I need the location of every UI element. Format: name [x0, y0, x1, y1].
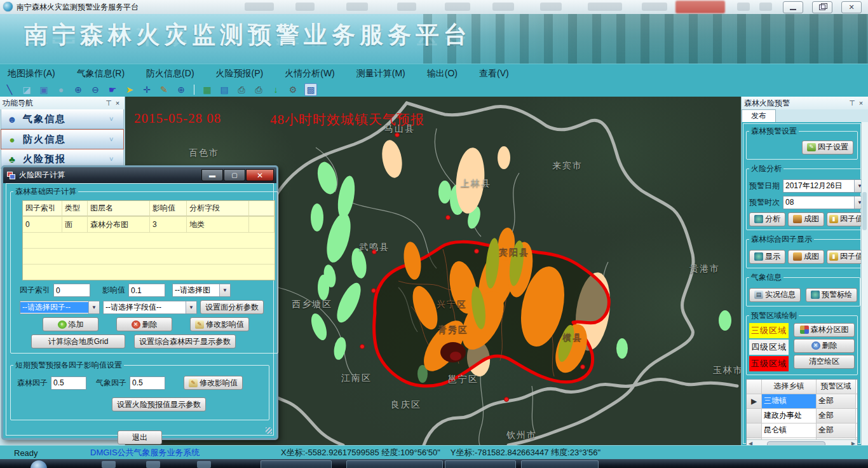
show-button[interactable]: 显示 [749, 250, 785, 264]
nav-item-weather-info[interactable]: ☻ 气象信息 ˅ [1, 109, 124, 129]
forest-zone-map-button[interactable]: 森林分区图 [794, 323, 855, 337]
add-button[interactable]: + 添加 [43, 317, 98, 331]
menu-fireproof-info[interactable]: 防火信息(D) [146, 68, 194, 79]
live-info-button[interactable]: ▤ 实况信息 [749, 288, 801, 302]
region-combo[interactable]: 全部 [817, 423, 856, 437]
make-map-button[interactable]: 成图 [788, 250, 824, 264]
forest-factor-input[interactable] [51, 376, 86, 390]
map-image-icon[interactable]: ▦ [201, 84, 213, 95]
menu-fire-analysis[interactable]: 火情分析(W) [285, 68, 335, 79]
minimize-button[interactable] [783, 1, 803, 13]
set-area-params-button[interactable]: 设置面分析参数 [200, 300, 264, 314]
restore-button[interactable] [812, 1, 832, 13]
delete-region-button[interactable]: ✕ 删除 [794, 339, 855, 353]
taskbar-app-button[interactable] [346, 460, 443, 468]
close-icon[interactable]: × [113, 99, 122, 107]
taskbar-app-button[interactable] [261, 460, 332, 468]
pin-icon[interactable]: ⊤ [104, 99, 113, 107]
zoom-in-icon[interactable]: ⊕ [72, 84, 84, 95]
modify-impact-button[interactable]: ✎ 修改影响值 [190, 317, 249, 331]
taskbar-icon[interactable] [102, 461, 116, 468]
vertical-scrollbar[interactable] [861, 122, 868, 445]
picture-icon[interactable]: ▩ [304, 83, 317, 96]
dialog-minimize-button[interactable]: ▬ [201, 169, 223, 181]
factor-setting-button[interactable]: ✎ 因子设置 [802, 141, 853, 155]
draw-line-icon[interactable]: ╲ [4, 84, 15, 95]
draw-rectangle-icon[interactable]: ▣ [38, 84, 50, 95]
dialog-maximize-button[interactable]: ▢ [224, 169, 245, 181]
factor-index-input[interactable] [53, 284, 90, 297]
impact-value-input[interactable] [128, 284, 165, 297]
make-map-button[interactable]: 成图 [788, 212, 824, 226]
document-icon[interactable]: ▤ [219, 84, 230, 95]
settings-icon[interactable]: ⚙ [287, 84, 299, 95]
warning-plot-button[interactable]: 预警标绘 [806, 288, 857, 302]
start-orb[interactable] [31, 460, 47, 468]
layer-select-combo[interactable]: --请选择图 ▼ [172, 284, 231, 297]
pan-icon[interactable]: ☛ [107, 84, 118, 95]
table-row[interactable]: ▶ 三塘镇 全部 [747, 394, 857, 409]
dialog-title: 火险因子计算 [19, 170, 65, 181]
table-row[interactable]: 昆仑镇 全部 [747, 423, 857, 438]
analyze-button[interactable]: 分析 [749, 212, 785, 226]
level5-region[interactable]: 五级区域 [749, 356, 789, 371]
clear-drawn-regions-button[interactable]: 清空绘区 [794, 355, 855, 369]
close-button[interactable]: ✕ [841, 1, 862, 13]
status-bar: Ready DMGIS公共气象服务业务系统 X坐标:-5582.92617599… [0, 445, 868, 460]
draw-ellipse-icon[interactable]: ● [55, 84, 67, 95]
menu-view[interactable]: 查看(V) [479, 68, 509, 79]
zoom-out-icon[interactable]: ⊖ [90, 84, 101, 95]
export-icon[interactable]: ↓ [270, 84, 281, 95]
draw-polygon-icon[interactable]: ◪ [21, 84, 32, 95]
dialog-titlebar[interactable]: 火险因子计算 ▬ ▢ ✕ [3, 167, 276, 183]
region-combo[interactable]: 全部 [817, 394, 856, 408]
calc-grid-button[interactable]: 计算综合地质Grid [31, 334, 125, 348]
set-composite-display-button[interactable]: 设置综合森林因子显示参数 [134, 334, 236, 348]
status-system-name: DMGIS公共气象服务业务系统 [90, 447, 281, 458]
menu-weather-info[interactable]: 气象信息(R) [77, 68, 125, 79]
warning-time-combo[interactable]: 08 ▼ [783, 196, 865, 209]
factor-value-button[interactable]: ▮ 因子值 [827, 250, 865, 264]
edit-pencil-icon: ✎ [195, 320, 204, 329]
menu-fire-risk-forecast[interactable]: 火险预报(P) [216, 68, 264, 79]
resize-grip[interactable] [266, 427, 272, 434]
region-combo[interactable]: 全部 [817, 409, 856, 423]
table-row[interactable]: 0 面 森林分布图 3 地类 [23, 217, 275, 233]
print-setup-icon[interactable]: ⎙ [253, 84, 264, 95]
modify-impact-button[interactable]: ✎ 修改影响值 [184, 376, 243, 390]
close-icon[interactable]: × [857, 99, 865, 107]
fire-risk-factor-dialog: 火险因子计算 ▬ ▢ ✕ 森林基础因子计算 因子索引 类型 图层名 影响值 分析… [1, 165, 278, 440]
menu-output[interactable]: 输出(O) [427, 68, 458, 79]
dialog-close-button[interactable]: ✕ [246, 169, 274, 181]
brush-icon[interactable]: ✎ [158, 84, 170, 95]
level4-region[interactable]: 四级区域 [749, 340, 789, 355]
delete-button[interactable]: ✕ 删除 [116, 317, 172, 331]
select-icon[interactable]: ➤ [124, 84, 135, 95]
taskbar-app-button[interactable] [445, 460, 516, 468]
tab-publish[interactable]: 发布 [742, 109, 776, 122]
field-select-combo[interactable]: --请选择字段值-- ▼ [103, 301, 197, 314]
warning-date-combo[interactable]: 2017年12月26日 ▼ [783, 179, 865, 193]
print-icon[interactable]: ⎙ [236, 84, 247, 95]
pin-icon[interactable]: ⊤ [848, 99, 857, 107]
set-fire-display-button[interactable]: 设置火险预报值显示参数 [112, 397, 206, 411]
zoom-scale-icon[interactable]: ⊕ [175, 84, 187, 95]
taskbar-app-button[interactable] [521, 460, 599, 468]
factor-table[interactable]: 因子索引 类型 图层名 影响值 分析字段 0 面 森林分布图 3 地类 [22, 200, 275, 280]
full-extent-icon[interactable]: ✛ [141, 84, 153, 95]
chart-bars-icon: ▮ [829, 215, 838, 223]
nav-item-fireproof-info[interactable]: ● 防火信息 ˅ [1, 129, 124, 149]
chevron-down-icon: ▼ [88, 301, 99, 313]
zones-icon [800, 326, 809, 334]
level3-region[interactable]: 三级区域 [749, 323, 789, 338]
blurred-item [445, 3, 470, 11]
taskbar-icon[interactable] [197, 461, 211, 468]
menu-measure-calc[interactable]: 测量计算(M) [356, 68, 405, 79]
menu-map-operation[interactable]: 地图操作(A) [8, 68, 55, 79]
factor-value-button[interactable]: ▮ 因子值 [827, 212, 865, 226]
table-row[interactable]: 建政办事处 全部 [747, 409, 857, 423]
weather-factor-input[interactable] [130, 376, 165, 390]
factor-select-combo[interactable]: --请选择因子-- ▼ [20, 301, 100, 314]
exit-button[interactable]: 退出 [118, 430, 162, 444]
taskbar-icon[interactable] [146, 461, 160, 468]
